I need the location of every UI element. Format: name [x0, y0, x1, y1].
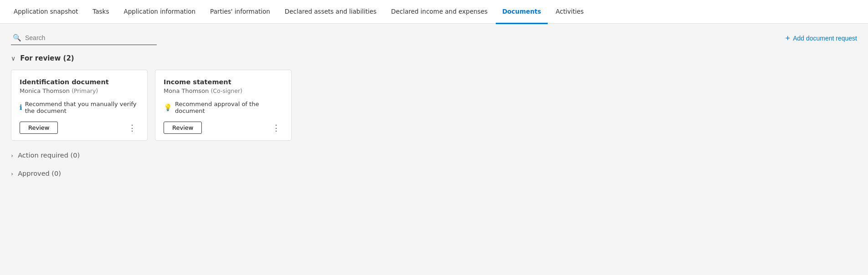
search-icon: 🔍 [13, 34, 21, 42]
add-doc-label: Add document request [793, 35, 857, 42]
nav-item-documents[interactable]: Documents [496, 0, 547, 24]
add-document-request-button[interactable]: + Add document request [786, 34, 857, 42]
nav-item-application-information[interactable]: Application information [117, 0, 202, 24]
nav-item-activities[interactable]: Activities [550, 0, 591, 24]
nav-item-parties-information[interactable]: Parties' information [204, 0, 277, 24]
recommendation-text: Recommend approval of the document [175, 101, 283, 114]
card-title: Income statement [164, 78, 283, 86]
info-icon: ℹ [20, 103, 22, 112]
nav-item-application-snapshot[interactable]: Application snapshot [7, 0, 84, 24]
action-required-section-header[interactable]: › Action required (0) [11, 152, 857, 159]
person-name: Monica Thomson [20, 87, 70, 94]
card-footer: Review ⋮ [164, 122, 283, 134]
for-review-section-title: For review (2) [20, 54, 74, 62]
review-button-card1[interactable]: Review [20, 122, 58, 134]
income-statement-card: Income statement Mona Thomson (Co-signer… [155, 70, 292, 141]
approved-section-title: Approved (0) [18, 170, 61, 177]
for-review-chevron-down-icon: ∨ [11, 55, 15, 62]
approved-section-header[interactable]: › Approved (0) [11, 170, 857, 177]
card-footer: Review ⋮ [20, 122, 139, 134]
recommendation: ℹ Recommend that you manually verify the… [20, 101, 139, 114]
card-title: Identification document [20, 78, 139, 86]
bulb-icon: 💡 [164, 103, 172, 112]
toolbar: 🔍 + Add document request [11, 31, 857, 45]
search-box[interactable]: 🔍 [11, 31, 157, 45]
person-role: (Primary) [72, 87, 98, 94]
more-options-button-card1[interactable]: ⋮ [125, 122, 139, 134]
top-navigation: Application snapshot Tasks Application i… [0, 0, 868, 24]
review-button-card2[interactable]: Review [164, 122, 202, 134]
for-review-section-header[interactable]: ∨ For review (2) [11, 54, 857, 62]
more-options-button-card2[interactable]: ⋮ [269, 122, 283, 134]
action-required-chevron-right-icon: › [11, 152, 13, 159]
recommendation-text: Recommend that you manually verify the d… [25, 101, 139, 114]
search-input[interactable] [25, 34, 144, 41]
action-required-section-title: Action required (0) [18, 152, 80, 159]
person-name: Mona Thomson [164, 87, 209, 94]
person-role: (Co-signer) [211, 87, 242, 94]
card-person: Mona Thomson (Co-signer) [164, 87, 283, 94]
identification-document-card: Identification document Monica Thomson (… [11, 70, 148, 141]
for-review-cards: Identification document Monica Thomson (… [11, 70, 857, 141]
approved-chevron-right-icon: › [11, 170, 13, 177]
nav-item-declared-income-expenses[interactable]: Declared income and expenses [385, 0, 494, 24]
nav-item-tasks[interactable]: Tasks [86, 0, 115, 24]
card-person: Monica Thomson (Primary) [20, 87, 139, 94]
recommendation: 💡 Recommend approval of the document [164, 101, 283, 114]
nav-item-declared-assets-liabilities[interactable]: Declared assets and liabilities [278, 0, 383, 24]
main-content: 🔍 + Add document request ∨ For review (2… [0, 24, 868, 275]
plus-icon: + [786, 34, 791, 42]
